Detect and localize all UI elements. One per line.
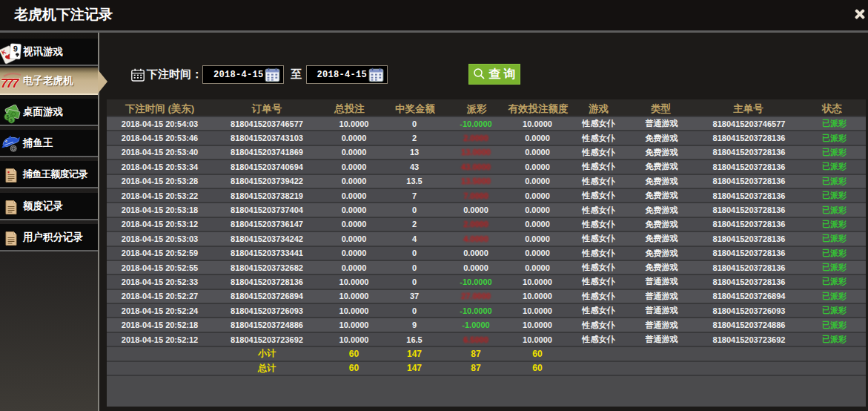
- svg-text:777: 777: [1, 76, 20, 91]
- svg-text:$: $: [10, 117, 13, 122]
- svg-text:9: 9: [13, 44, 18, 53]
